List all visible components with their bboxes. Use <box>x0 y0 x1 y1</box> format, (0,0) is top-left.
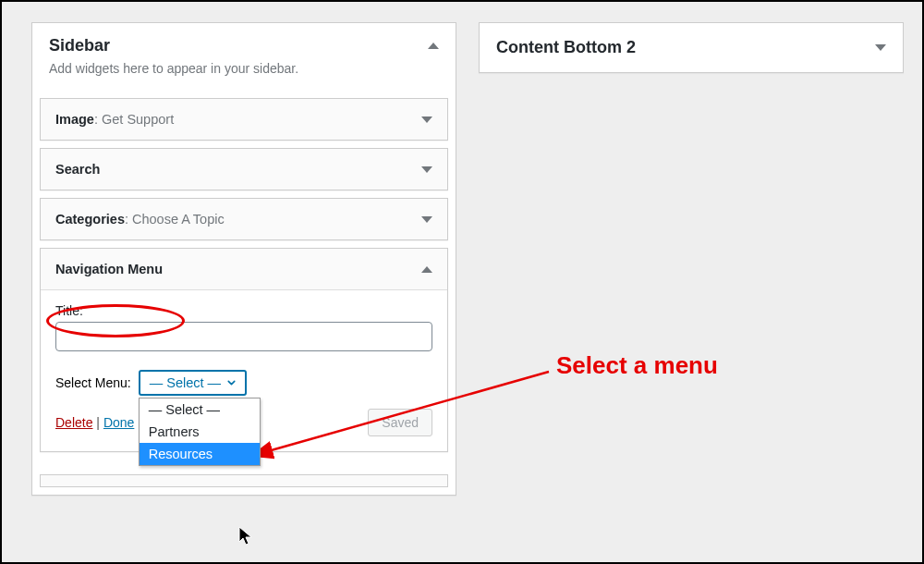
select-menu-row: Select Menu: — Select — — Select — <box>55 370 432 396</box>
collapse-up-icon <box>428 43 439 49</box>
widget-subtitle: Choose A Topic <box>125 212 225 227</box>
widget-stub <box>40 474 448 487</box>
widget-categories-header[interactable]: CategoriesChoose A Topic <box>41 199 447 239</box>
widget-action-links: Delete | Done <box>55 415 134 430</box>
select-menu-options: — Select — Partners Resources <box>139 398 261 466</box>
content-bottom-2-column: Content Bottom 2 <box>479 22 904 73</box>
widget-categories-title: CategoriesChoose A Topic <box>55 212 225 227</box>
chevron-down-icon <box>225 377 237 389</box>
widget-navigation-menu: Navigation Menu Title: Select Menu: — Se… <box>40 248 448 452</box>
link-separator: | <box>92 415 103 430</box>
widget-search: Search <box>40 148 448 190</box>
sidebar-column: Sidebar Add widgets here to appear in yo… <box>31 22 456 496</box>
cursor-icon <box>238 526 255 546</box>
done-link[interactable]: Done <box>103 415 134 430</box>
widget-list: ImageGet Support Search CategoriesChoose <box>32 98 456 467</box>
select-menu-label: Select Menu: <box>55 375 131 390</box>
widget-image-title: ImageGet Support <box>55 112 174 127</box>
content-bottom-2-panel[interactable]: Content Bottom 2 <box>479 22 904 73</box>
app-frame: Sidebar Add widgets here to appear in yo… <box>0 0 924 564</box>
title-field-label: Title: <box>55 303 432 318</box>
select-menu-wrap: — Select — — Select — Partners Resources <box>139 370 247 396</box>
chevron-down-icon <box>421 116 432 123</box>
widget-navmenu-title: Navigation Menu <box>55 262 163 276</box>
widget-name: Categories <box>55 212 125 227</box>
saved-button: Saved <box>368 409 432 436</box>
widget-name: Image <box>55 112 94 127</box>
title-input[interactable] <box>55 322 432 351</box>
annotation-text: Select a menu <box>556 351 718 380</box>
widget-navmenu-header[interactable]: Navigation Menu <box>41 249 447 289</box>
chevron-down-icon <box>421 166 432 173</box>
chevron-up-icon <box>421 266 432 273</box>
chevron-down-icon <box>875 44 886 51</box>
select-menu-dropdown[interactable]: — Select — <box>139 370 247 396</box>
widget-search-title: Search <box>55 162 100 177</box>
sidebar-panel-header[interactable]: Sidebar <box>32 23 456 61</box>
select-menu-selected-value: — Select — <box>150 375 221 390</box>
option-resources[interactable]: Resources <box>140 443 260 465</box>
delete-link[interactable]: Delete <box>55 415 92 430</box>
widget-subtitle: Get Support <box>94 112 174 127</box>
chevron-down-icon <box>421 216 432 223</box>
option-placeholder[interactable]: — Select — <box>140 398 260 421</box>
sidebar-panel-description: Add widgets here to appear in your sideb… <box>32 61 456 91</box>
content-bottom-2-title: Content Bottom 2 <box>496 38 636 57</box>
widget-search-header[interactable]: Search <box>41 149 447 190</box>
sidebar-panel: Sidebar Add widgets here to appear in yo… <box>31 22 456 496</box>
widget-image: ImageGet Support <box>40 98 448 141</box>
widget-categories: CategoriesChoose A Topic <box>40 198 448 240</box>
widget-navmenu-body: Title: Select Menu: — Select — <box>41 289 447 451</box>
widget-image-header[interactable]: ImageGet Support <box>41 99 447 140</box>
sidebar-panel-title: Sidebar <box>49 36 110 55</box>
option-partners[interactable]: Partners <box>140 421 260 443</box>
